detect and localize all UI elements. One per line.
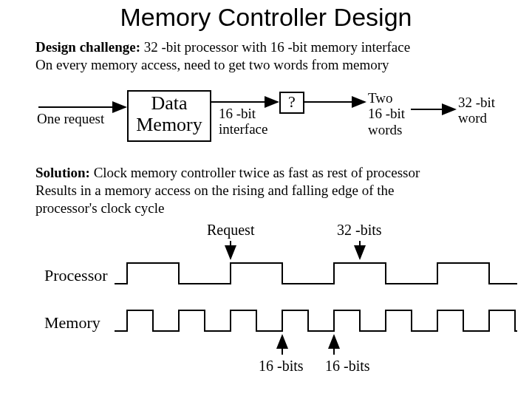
label-16bits-a: 16 -bits — [259, 358, 304, 375]
label-16bits-b: 16 -bits — [325, 358, 370, 375]
timing-bottom-arrows — [0, 0, 532, 399]
